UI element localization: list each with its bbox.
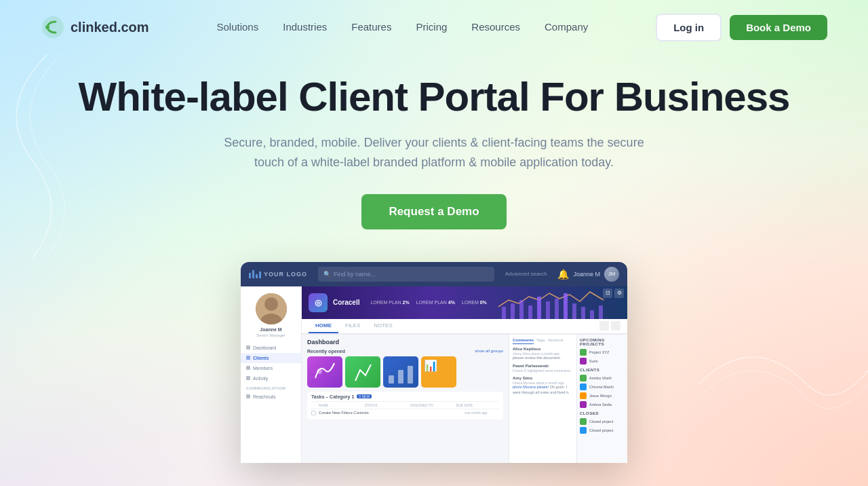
dash-topbar: YOUR LOGO 🔍 Find by name... Advanced sea… (241, 262, 627, 286)
dash-client-banner: ◎ Coracell LOREM PLAN 2% LOREM PLAN 4% L… (302, 286, 627, 319)
dash-sidebar-icon (246, 356, 250, 360)
dash-client-dot-2 (580, 392, 587, 399)
dash-show-all[interactable]: show all groups (475, 349, 503, 353)
dash-card-3[interactable]: 📊 (421, 356, 456, 388)
nav-company[interactable]: Company (545, 21, 588, 33)
dash-main: ◎ Coracell LOREM PLAN 2% LOREM PLAN 4% L… (302, 286, 627, 463)
dash-clients-title: CLIENTS (580, 368, 625, 372)
nav-links: Solutions Industries Features Pricing Re… (217, 21, 589, 33)
dash-sidebar-label: Clients (253, 356, 269, 360)
dash-closed-dot-0 (580, 418, 587, 425)
nav-resources[interactable]: Resources (471, 21, 520, 33)
dash-sidebar-dashboard[interactable]: Dashboard (241, 343, 301, 353)
dash-tasks-badge: 5 NEW (357, 394, 372, 398)
bar1 (249, 273, 251, 278)
dash-content-title: Dashboard (307, 339, 503, 345)
dash-closed-dot-1 (580, 427, 587, 434)
request-demo-button[interactable]: Request a Demo (361, 194, 506, 229)
dash-tab-home[interactable]: HOME (309, 319, 338, 333)
profile-silhouette (256, 293, 287, 324)
dash-closed-name-1: Closed project (589, 428, 613, 432)
svg-rect-15 (590, 310, 594, 319)
logo[interactable]: clinked.com (41, 15, 149, 39)
book-demo-button[interactable]: Book a Demo (730, 15, 827, 40)
svg-rect-16 (599, 305, 603, 319)
nav-features[interactable]: Features (351, 21, 391, 33)
nav-actions: Log in Book a Demo (656, 14, 827, 41)
dash-task-row-0[interactable]: Create New Filters Controls one month ag… (311, 409, 499, 417)
dash-comment-tab-versions[interactable]: Versions (548, 338, 564, 344)
dash-sidebar-clients[interactable]: Clients (241, 353, 301, 363)
dash-recently-row: Recently opened show all groups (307, 349, 503, 354)
chart-svg (498, 286, 607, 319)
dash-comment-tab-tags[interactable]: Tags (536, 338, 545, 344)
login-button[interactable]: Log in (656, 14, 722, 41)
dash-client-item-1: Chrome Machi (580, 384, 625, 390)
card-icon-0 (307, 356, 342, 388)
dash-sidebar-label: Activity (253, 376, 268, 381)
dash-sidebar-activity[interactable]: Activity (241, 373, 301, 384)
svg-rect-19 (398, 370, 403, 384)
svg-rect-9 (537, 297, 541, 319)
dash-comment-tab-comments[interactable]: Comments (513, 338, 534, 344)
dash-right-panel: UPCOMING PROJECTS Project XYZ Suris CLIE… (576, 335, 627, 463)
dash-tasks: Tasks – Category 1 5 NEW NAME STATUS ASS… (307, 392, 503, 419)
dash-card-2[interactable] (383, 356, 418, 388)
svg-point-1 (45, 25, 50, 29)
svg-rect-14 (581, 307, 585, 319)
dash-comment-tabs: Comments Tags Versions (513, 338, 573, 344)
dash-profile-pic (256, 293, 287, 324)
dash-card-0[interactable] (307, 356, 342, 388)
dash-col-due: DUE DATE (456, 403, 500, 407)
dash-logo-bars (249, 270, 261, 278)
nav-industries[interactable]: Industries (283, 21, 327, 33)
dash-client-item-2: Jesus Mongo (580, 392, 625, 399)
dash-sidebar-icon (246, 394, 250, 398)
dash-chart (498, 286, 607, 319)
dash-project-name-0: Project XYZ (589, 350, 609, 354)
dash-stat-3: LOREM 0% (462, 300, 487, 305)
dash-comment-link[interactable]: photo Morana please! (513, 385, 549, 389)
dash-client-item-0: Amrika Vhahl (580, 375, 625, 381)
dash-comment-time-1: Frantic D highlighted some connection. (513, 369, 573, 373)
dash-task-due: one month ago (465, 411, 499, 415)
dash-task-checkbox[interactable] (311, 411, 316, 415)
svg-rect-20 (408, 366, 413, 384)
dash-sidebar-icon (246, 366, 250, 370)
dash-sidebar-label: Members (253, 366, 273, 371)
dash-card-1[interactable] (345, 356, 380, 388)
dash-commenter-name-1: Pawel Parlasewski (513, 364, 573, 368)
dash-client-stats: LOREM PLAN 2% LOREM PLAN 4% LOREM 0% (370, 300, 486, 305)
dash-comment-2: Amy Sims Glacia Morana about a month ago… (513, 376, 573, 395)
svg-rect-5 (502, 307, 506, 319)
dash-commenter-name-0: Alice Kepilous (513, 347, 573, 351)
nav-pricing[interactable]: Pricing (416, 21, 447, 33)
svg-rect-6 (511, 303, 515, 319)
dash-search-placeholder: Find by name... (334, 271, 376, 278)
dash-sidebar-icon (246, 345, 250, 350)
dash-project-1: Suris (580, 358, 625, 364)
dash-commenter-name-2: Amy Sims (513, 376, 573, 380)
hero-title: White-label Client Portal For Business (14, 75, 854, 119)
dash-stat-2: LOREM PLAN 4% (416, 300, 455, 305)
dash-profile-name: Joanne M (260, 327, 281, 332)
svg-rect-10 (546, 301, 550, 319)
dash-tab-home-label: HOME (315, 322, 332, 329)
dash-project-name-1: Suris (589, 359, 598, 363)
dash-tab-notes-label: NOTES (374, 322, 393, 329)
navbar: clinked.com Solutions Industries Feature… (0, 0, 868, 54)
dash-search-bar[interactable]: 🔍 Find by name... (318, 267, 494, 282)
dash-tab-notes[interactable]: NOTES (367, 319, 399, 333)
nav-solutions[interactable]: Solutions (217, 21, 259, 33)
dash-advanced-search[interactable]: Advanced search (505, 271, 547, 277)
dash-sidebar-reachouts[interactable]: Reachouts (241, 392, 301, 402)
dash-client-name-1: Chrome Machi (589, 385, 614, 389)
dash-tab-files[interactable]: FILES (338, 319, 367, 333)
svg-rect-8 (528, 305, 532, 319)
svg-point-3 (264, 297, 278, 311)
dash-upcoming-title: UPCOMING PROJECTS (580, 338, 625, 346)
dash-comment-1: Pawel Parlasewski Frantic D highlighted … (513, 364, 573, 373)
dash-sidebar-members[interactable]: Members (241, 363, 301, 373)
dash-user-avatar: JM (604, 267, 619, 282)
dash-project-dot-0 (580, 349, 587, 356)
